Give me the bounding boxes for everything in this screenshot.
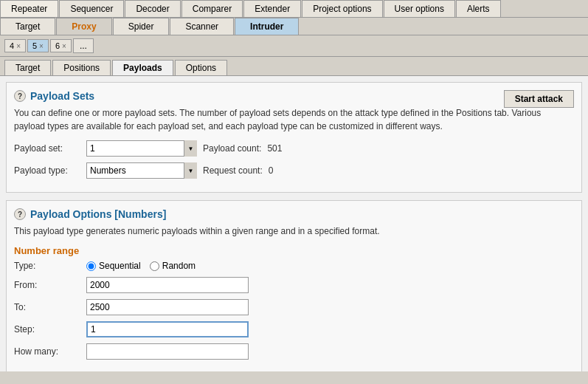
inner-tab-payloads[interactable]: Payloads <box>112 60 173 75</box>
request-count-label: Request count: <box>203 165 263 176</box>
payload-options-title-row: ? Payload Options [Numbers] <box>14 208 574 220</box>
payload-options-title: Payload Options [Numbers] <box>30 208 166 220</box>
num-tab-6-label: 6 <box>55 41 60 50</box>
to-input[interactable] <box>86 299 249 315</box>
type-radio-group: Sequential Random <box>86 261 196 271</box>
menu-tab-sequencer[interactable]: Sequencer <box>59 0 124 17</box>
how-many-row: How many: <box>14 343 574 360</box>
payload-sets-title: Payload Sets <box>30 90 94 102</box>
payload-options-description: This payload type generates numeric payl… <box>14 224 574 238</box>
more-tabs-button[interactable]: ... <box>73 38 94 53</box>
type-label: Type: <box>14 261 80 271</box>
nav-tab-target[interactable]: Target <box>0 18 55 35</box>
payload-type-select-wrapper: Numbers Simple list Runtime file Custom … <box>86 162 197 179</box>
to-row: To: <box>14 299 574 315</box>
num-tab-6[interactable]: 6 × <box>50 39 72 52</box>
payload-count-label: Payload count: <box>203 143 261 154</box>
payload-sets-section: ? Payload Sets Start attack You can defi… <box>6 82 582 193</box>
menu-tab-decoder[interactable]: Decoder <box>125 0 180 17</box>
inner-tab-positions[interactable]: Positions <box>52 60 111 75</box>
payload-type-select[interactable]: Numbers Simple list Runtime file Custom … <box>86 162 197 179</box>
inner-tab-target[interactable]: Target <box>4 60 51 75</box>
scroll-area[interactable]: ? Payload Sets Start attack You can defi… <box>0 76 588 371</box>
nav-tab-proxy[interactable]: Proxy <box>56 18 111 35</box>
step-input[interactable] <box>86 321 249 337</box>
payload-type-label: Payload type: <box>14 165 80 176</box>
menu-tab-project-options[interactable]: Project options <box>302 0 382 17</box>
sequential-radio-label[interactable]: Sequential <box>86 261 141 271</box>
main-wrapper: ? Payload Sets Start attack You can defi… <box>0 76 588 371</box>
how-many-label: How many: <box>14 346 80 357</box>
num-tab-4-label: 4 <box>10 41 14 50</box>
menu-tab-comparer[interactable]: Comparer <box>181 0 243 17</box>
payload-set-row: Payload set: 1 ▼ Payload count: 501 <box>14 140 574 157</box>
inner-tab-options[interactable]: Options <box>175 60 227 75</box>
request-count-value: 0 <box>269 165 274 176</box>
close-tab-6-icon[interactable]: × <box>62 42 66 50</box>
random-label: Random <box>162 261 196 271</box>
from-label: From: <box>14 280 80 290</box>
sequential-radio[interactable] <box>86 261 96 271</box>
from-row: From: <box>14 277 574 293</box>
nav-tab-intruder[interactable]: Intruder <box>235 18 299 35</box>
payload-set-label: Payload set: <box>14 143 80 154</box>
start-attack-button[interactable]: Start attack <box>504 90 574 108</box>
nav-bar: Target Proxy Spider Scanner Intruder <box>0 18 588 35</box>
payload-sets-title-row: ? Payload Sets <box>14 90 574 102</box>
menu-tab-extender[interactable]: Extender <box>243 0 301 17</box>
num-tab-4[interactable]: 4 × <box>4 39 26 52</box>
inner-tabs: Target Positions Payloads Options <box>0 57 588 76</box>
number-range-subtitle: Number range <box>14 245 574 256</box>
num-tab-5[interactable]: 5 × <box>27 39 49 52</box>
close-tab-4-icon[interactable]: × <box>16 42 21 50</box>
step-label: Step: <box>14 324 80 335</box>
close-tab-5-icon[interactable]: × <box>39 42 44 50</box>
nav-tab-scanner[interactable]: Scanner <box>170 18 234 35</box>
num-tab-5-label: 5 <box>32 41 37 50</box>
payload-sets-description: You can define one or more payload sets.… <box>14 106 574 133</box>
payload-sets-help-icon[interactable]: ? <box>14 90 26 102</box>
random-radio-label[interactable]: Random <box>150 261 196 271</box>
sequential-label: Sequential <box>99 261 141 271</box>
payload-count-value: 501 <box>267 143 282 154</box>
payload-type-row: Payload type: Numbers Simple list Runtim… <box>14 162 574 179</box>
payload-set-select-wrapper: 1 ▼ <box>86 140 197 157</box>
random-radio[interactable] <box>150 261 159 271</box>
payload-options-section: ? Payload Options [Numbers] This payload… <box>6 200 582 371</box>
number-tab-row: 4 × 5 × 6 × ... <box>0 35 588 57</box>
how-many-input[interactable] <box>86 343 249 360</box>
payload-options-help-icon[interactable]: ? <box>14 208 26 220</box>
from-input[interactable] <box>86 277 249 293</box>
menu-tab-repeater[interactable]: Repeater <box>0 0 58 17</box>
menu-tab-user-options[interactable]: User options <box>384 0 455 17</box>
to-label: To: <box>14 302 80 312</box>
menu-bar: Repeater Sequencer Decoder Comparer Exte… <box>0 0 588 18</box>
menu-tab-alerts[interactable]: Alerts <box>456 0 501 17</box>
step-row: Step: <box>14 321 574 337</box>
nav-tab-spider[interactable]: Spider <box>113 18 170 35</box>
type-row: Type: Sequential Random <box>14 261 574 271</box>
payload-set-select[interactable]: 1 <box>86 140 197 157</box>
